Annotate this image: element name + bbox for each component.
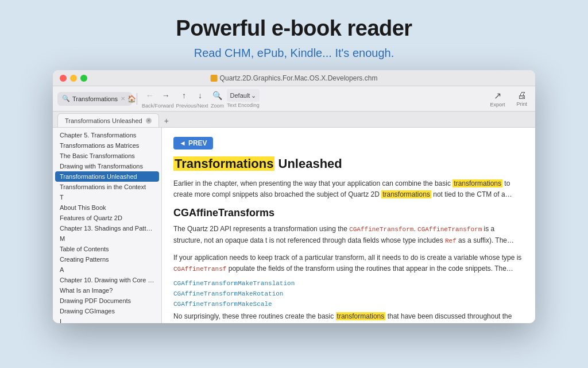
mac-window: Quartz.2D.Graphics.For.Mac.OS.X.Develope… [53, 70, 535, 323]
toolbar-divider-1 [137, 93, 137, 105]
highlight-transformations-1: transformations [452, 179, 502, 187]
prev-button[interactable]: ↑ [177, 89, 191, 102]
sidebar-item-matrices[interactable]: Transformations as Matrices [53, 140, 161, 151]
zoom-icon[interactable]: 🔍 [211, 89, 225, 102]
search-clear-icon[interactable]: ✕ [121, 95, 125, 102]
sidebar-item-t[interactable]: T [53, 192, 161, 202]
window-title: Quartz.2D.Graphics.For.Mac.OS.X.Develope… [211, 74, 378, 82]
code-link-2[interactable]: CGAffineTransformMakeRotation [173, 290, 524, 297]
search-input[interactable] [72, 95, 118, 102]
sidebar-item-features[interactable]: Features of Quartz 2D [53, 213, 161, 223]
code-ref-1: CGAffineTransform [349, 226, 413, 233]
text-encoding-label: Text Encoding [227, 102, 260, 108]
bookmark-icon[interactable]: 🏠 [127, 95, 136, 103]
sidebar-item-basic[interactable]: The Basic Transformations [53, 151, 161, 161]
print-label: Print [516, 101, 527, 107]
sidebar-item-about[interactable]: About This Book [53, 202, 161, 213]
sidebar-item-context[interactable]: Transformations in the Context [53, 182, 161, 192]
prev-next-label: Previous/Next [176, 103, 208, 109]
export-icon: ↗ [494, 90, 501, 101]
toolbar: 🔍 ✕ 🏠 ← → Back/Forward ↑ ↓ Previous/Next [53, 86, 535, 112]
nav-group: ← → Back/Forward [142, 89, 174, 109]
main-content[interactable]: ◄ PREV Transformations Unleashed Earlier… [162, 128, 535, 323]
code-link-1[interactable]: CGAffineTransformMakeTranslation [173, 280, 524, 287]
content-area: Chapter 5. Transformations Transformatio… [53, 128, 535, 323]
sidebar-item-a[interactable]: A [53, 264, 161, 275]
search-icon: 🔍 [62, 95, 70, 102]
prev-button-content[interactable]: ◄ PREV [173, 137, 213, 150]
sidebar-item-pdf[interactable]: Drawing PDF Documents [53, 296, 161, 306]
highlight-transformations-2: transformations [381, 190, 431, 198]
hero-section: Powerful e-book reader Read CHM, ePub, K… [176, 0, 412, 70]
sidebar-item-unleashed[interactable]: Transformations Unleashed [55, 171, 159, 182]
toolbar-right: ↗ Export 🖨 Print [486, 89, 531, 109]
prev-next-group: ↑ ↓ Previous/Next [176, 89, 208, 109]
code-ref-2: CGAffineTransform [417, 226, 482, 233]
title-suffix: Unleashed [278, 156, 342, 171]
print-icon: 🖨 [517, 90, 527, 101]
content-title: Transformations Unleashed [173, 156, 524, 171]
sidebar-item-m[interactable]: M [53, 233, 161, 244]
track-paragraph: If your application needs to keep track … [173, 252, 524, 275]
close-button[interactable] [60, 75, 67, 82]
sidebar-item-chapter10[interactable]: Chapter 10. Drawing with Core Image [53, 275, 161, 285]
minimize-button[interactable] [70, 75, 77, 82]
sidebar-item-i[interactable]: I [53, 316, 161, 323]
tab-close-button[interactable]: ✕ [146, 118, 152, 124]
cgaffine-paragraph: The Quartz 2D API represents a transform… [173, 224, 524, 246]
export-button[interactable]: ↗ Export [486, 89, 508, 109]
title-highlight: Transformations [173, 156, 274, 171]
search-bar[interactable]: 🔍 ✕ 🏠 [57, 92, 132, 106]
sidebar-item-toc[interactable]: Table of Contents [53, 244, 161, 254]
hero-title: Powerful e-book reader [176, 16, 412, 41]
maximize-button[interactable] [80, 75, 87, 82]
tab-transformations-unleashed[interactable]: Transformations Unleashed ✕ [57, 113, 159, 127]
intro-paragraph: Earlier in the chapter, when presenting … [173, 178, 524, 200]
code-ref-5: CGAffineTransf [173, 266, 226, 273]
sidebar-item-chapter13[interactable]: Chapter 13. Shadings and Patterns [53, 223, 161, 233]
export-label: Export [490, 102, 505, 108]
code-link-3[interactable]: CGAffineTransformMakeScale [173, 301, 524, 308]
hero-subtitle: Read CHM, ePub, Kindle... It's enough. [176, 47, 412, 60]
tab-bar: Transformations Unleashed ✕ + [53, 112, 535, 128]
tab-label: Transformations Unleashed [65, 117, 142, 124]
forward-button[interactable]: → [159, 89, 173, 102]
prev-arrow-icon: ◄ [179, 139, 186, 147]
highlight-transformations-3: transformations [336, 312, 386, 320]
back-button[interactable]: ← [143, 89, 157, 102]
print-button[interactable]: 🖨 Print [513, 89, 531, 109]
prev-label: PREV [188, 139, 207, 147]
encoding-select[interactable]: Default ⌄ [227, 89, 260, 102]
encoding-value: Default [230, 92, 250, 99]
sidebar-item-creating-patterns[interactable]: Creating Patterns [53, 254, 161, 264]
title-bar: Quartz.2D.Graphics.For.Mac.OS.X.Develope… [53, 70, 535, 86]
sidebar: Chapter 5. Transformations Transformatio… [53, 128, 162, 323]
sidebar-item-chapter5[interactable]: Chapter 5. Transformations [53, 130, 161, 140]
file-icon [211, 75, 218, 82]
no-surprisingly-paragraph: No surprisingly, these three routines cr… [173, 311, 524, 323]
window-title-text: Quartz.2D.Graphics.For.Mac.OS.X.Develope… [220, 74, 378, 82]
section-heading: CGAffineTransforms [173, 207, 524, 219]
back-forward-label: Back/Forward [142, 103, 174, 109]
next-button[interactable]: ↓ [194, 89, 207, 102]
encoding-group: Default ⌄ Text Encoding [227, 89, 260, 108]
sidebar-item-cgimages[interactable]: Drawing CGImages [53, 306, 161, 316]
code-ref-3: Ref [445, 237, 457, 244]
zoom-label: Zoom [211, 103, 224, 109]
tab-add-button[interactable]: + [161, 116, 172, 126]
traffic-lights [60, 75, 87, 82]
sidebar-item-drawing[interactable]: Drawing with Transformations [53, 161, 161, 171]
zoom-group: 🔍 Zoom [211, 89, 225, 109]
chevron-down-icon: ⌄ [251, 92, 256, 99]
sidebar-item-image[interactable]: What Is an Image? [53, 285, 161, 296]
